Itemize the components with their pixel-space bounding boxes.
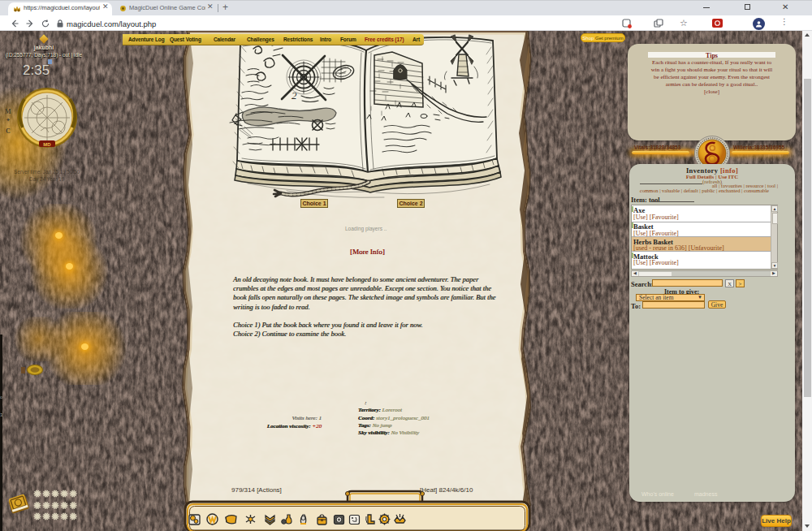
svg-text:2: 2	[292, 89, 297, 101]
svg-text:MD: MD	[43, 142, 51, 147]
